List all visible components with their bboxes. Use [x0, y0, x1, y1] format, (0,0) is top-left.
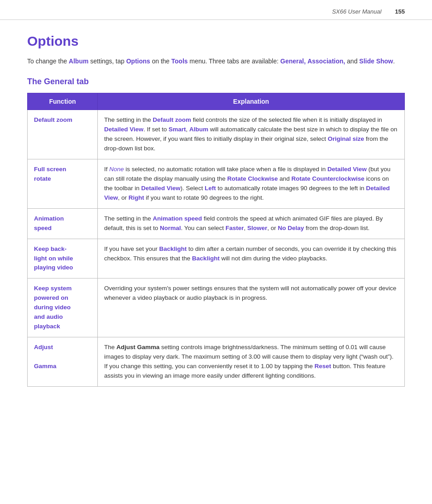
table-cell-explanation: If you have set your Backlight to dim af…	[98, 239, 405, 278]
table-row: AdjustGammaThe Adjust Gamma setting cont…	[28, 337, 405, 386]
table-cell-function: Full screenrotate	[28, 159, 98, 209]
table-row: Keep back-light on whileplaying videoIf …	[28, 239, 405, 278]
table-cell-function: Animationspeed	[28, 208, 98, 239]
table-cell-explanation: The setting in the Default zoom field co…	[98, 110, 405, 159]
table-row: AnimationspeedThe setting in the Animati…	[28, 208, 405, 239]
table-header-function: Function	[28, 93, 98, 110]
table-cell-explanation: The Adjust Gamma setting controls image …	[98, 337, 405, 386]
table-row: Keep systempowered onduring videoand aud…	[28, 278, 405, 337]
table-cell-function: Keep systempowered onduring videoand aud…	[28, 278, 98, 337]
options-link: Options	[126, 58, 150, 65]
header-bar: SX66 User Manual 155	[0, 0, 432, 20]
table-cell-function: Default zoom	[28, 110, 98, 159]
content-area: Options To change the Album settings, ta…	[0, 20, 432, 405]
page-container: SX66 User Manual 155 Options To change t…	[0, 0, 432, 504]
table-cell-function: Keep back-light on whileplaying video	[28, 239, 98, 278]
intro-paragraph: To change the Album settings, tap Option…	[27, 56, 405, 66]
table-cell-explanation: The setting in the Animation speed field…	[98, 208, 405, 239]
table-header-explanation: Explanation	[98, 93, 405, 110]
table-cell-explanation: Overriding your system's power settings …	[98, 278, 405, 337]
slideshow-link: Slide Show	[359, 58, 393, 65]
header-page-number: 155	[395, 8, 405, 15]
tools-link: Tools	[171, 58, 187, 65]
album-link: Album	[69, 58, 89, 65]
association-link: Association,	[307, 58, 345, 65]
general-link: General,	[280, 58, 306, 65]
table-cell-explanation: If None is selected, no automatic rotati…	[98, 159, 405, 209]
table-cell-function: AdjustGamma	[28, 337, 98, 386]
options-table: Function Explanation Default zoomThe set…	[27, 93, 405, 386]
header-title: SX66 User Manual	[332, 8, 381, 15]
page-title: Options	[27, 34, 405, 49]
table-row: Default zoomThe setting in the Default z…	[28, 110, 405, 159]
table-row: Full screenrotateIf None is selected, no…	[28, 159, 405, 209]
section-title: The General tab	[27, 77, 405, 86]
